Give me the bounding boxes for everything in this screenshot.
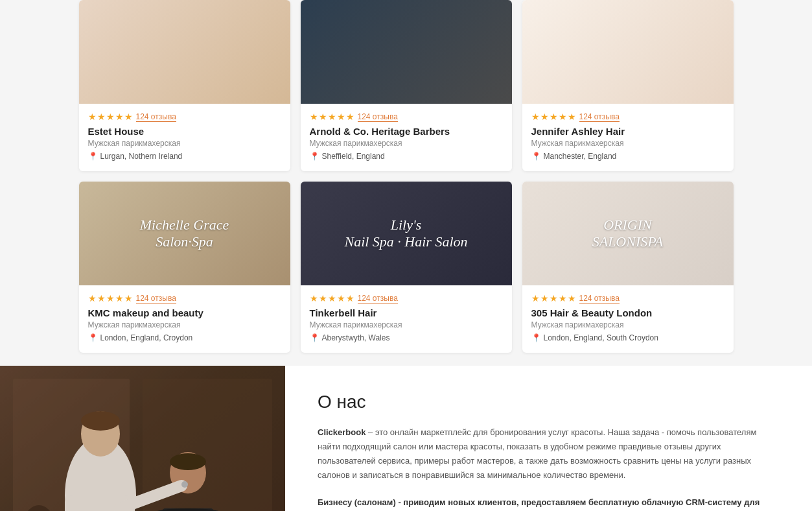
pin-icon-arnold-co: 📍 (310, 152, 319, 161)
card-image-jennifer-ashley (522, 0, 734, 104)
card-name-305-hair: 305 Hair & Beauty London (531, 307, 725, 318)
about-text-main-content: – это онлайн маркетплейс для бронировани… (318, 427, 756, 480)
card-body-305-hair: ★★★★★ 124 отзыва 305 Hair & Beauty Londo… (522, 285, 734, 353)
card-305-hair: ORIGINSALONISPA ★★★★★ 124 отзыва 305 Hai… (522, 182, 734, 353)
about-text-bold: Бизнесу (салонам) - приводим новых клиен… (318, 495, 780, 511)
location-text-305-hair: London, England, South Croydon (544, 333, 658, 342)
cards-section: ★★★★★ 124 отзыва Estet House Мужская пар… (0, 0, 812, 366)
stars-tinkerbell: ★★★★★ (310, 293, 355, 303)
page-wrapper: ★★★★★ 124 отзыва Estet House Мужская пар… (0, 0, 812, 511)
card-rating-arnold-co: ★★★★★ 124 отзыва (310, 112, 503, 122)
review-link-jennifer-ashley[interactable]: 124 отзыва (579, 112, 620, 122)
cards-grid-row1: ★★★★★ 124 отзыва Estet House Мужская пар… (79, 0, 734, 171)
location-text-arnold-co: Sheffield, England (322, 152, 385, 161)
svg-rect-7 (65, 495, 78, 511)
svg-point-6 (81, 411, 120, 431)
card-image-tinkerbell: Lily'sNail Spa · Hair Salon (301, 182, 512, 285)
review-link-estet-house[interactable]: 124 отзыва (136, 112, 176, 122)
card-location-estet-house: 📍 Lurgan, Nothern Ireland (88, 152, 281, 161)
card-rating-kmc-makeup: ★★★★★ 124 отзыва (88, 293, 281, 303)
pin-icon-jennifer-ashley: 📍 (531, 152, 541, 161)
review-link-tinkerbell[interactable]: 124 отзыва (358, 294, 398, 303)
pin-icon-305-hair: 📍 (531, 333, 541, 342)
card-arnold-co: ★★★★★ 124 отзыва Arnold & Co. Heritage B… (301, 0, 512, 171)
card-image-estet-house (79, 0, 290, 104)
about-title: О нас (318, 392, 780, 412)
card-name-tinkerbell: Tinkerbell Hair (310, 307, 503, 318)
about-text-main: Clickerbook – это онлайн маркетплейс для… (318, 425, 780, 482)
review-link-kmc-makeup[interactable]: 124 отзыва (136, 294, 176, 303)
card-location-kmc-makeup: 📍 London, England, Croydon (88, 333, 281, 342)
about-content: О нас Clickerbook – это онлайн маркетпле… (285, 366, 812, 511)
card-rating-estet-house: ★★★★★ 124 отзыва (88, 112, 281, 122)
stars-arnold-co: ★★★★★ (310, 112, 355, 122)
review-link-305-hair[interactable]: 124 отзыва (579, 294, 620, 303)
card-location-arnold-co: 📍 Sheffield, England (310, 152, 503, 161)
card-location-jennifer-ashley: 📍 Manchester, England (531, 152, 725, 161)
card-name-estet-house: Estet House (88, 126, 281, 137)
location-text-jennifer-ashley: Manchester, England (544, 152, 617, 161)
card-rating-jennifer-ashley: ★★★★★ 124 отзыва (531, 112, 725, 122)
card-name-jennifer-ashley: Jennifer Ashley Hair (531, 126, 725, 137)
location-text-estet-house: Lurgan, Nothern Ireland (100, 152, 183, 161)
card-kmc-makeup: Michelle GraceSalon·Spa ★★★★★ 124 отзыва… (79, 182, 290, 353)
card-tinkerbell: Lily'sNail Spa · Hair Salon ★★★★★ 124 от… (301, 182, 512, 353)
about-section-wrapper: О нас Clickerbook – это онлайн маркетпле… (0, 366, 812, 511)
pin-icon-kmc-makeup: 📍 (88, 333, 98, 342)
about-right-col: О нас Clickerbook – это онлайн маркетпле… (285, 366, 812, 511)
card-jennifer-ashley: ★★★★★ 124 отзыва Jennifer Ashley Hair Му… (522, 0, 734, 171)
stars-kmc-makeup: ★★★★★ (88, 293, 133, 303)
card-name-arnold-co: Arnold & Co. Heritage Barbers (310, 126, 503, 137)
review-link-arnold-co[interactable]: 124 отзыва (358, 112, 398, 122)
stars-estet-house: ★★★★★ (88, 112, 133, 122)
location-text-kmc-makeup: London, England, Croydon (100, 333, 193, 342)
card-image-305-hair: ORIGINSALONISPA (522, 182, 734, 285)
about-row: О нас Clickerbook – это онлайн маркетпле… (0, 366, 812, 511)
card-body-estet-house: ★★★★★ 124 отзыва Estet House Мужская пар… (79, 104, 290, 171)
card-type-jennifer-ashley: Мужская парикмахерская (531, 139, 725, 148)
card-name-kmc-makeup: KMC makeup and beauty (88, 307, 281, 318)
about-left-image (0, 366, 285, 511)
card-rating-305-hair: ★★★★★ 124 отзыва (531, 293, 725, 303)
card-location-tinkerbell: 📍 Aberystwyth, Wales (310, 333, 503, 342)
pin-icon-estet-house: 📍 (88, 152, 98, 161)
card-image-kmc-makeup: Michelle GraceSalon·Spa (79, 182, 290, 285)
card-type-kmc-makeup: Мужская парикмахерская (88, 320, 281, 329)
card-body-arnold-co: ★★★★★ 124 отзыва Arnold & Co. Heritage B… (301, 104, 512, 171)
stars-jennifer-ashley: ★★★★★ (531, 112, 577, 122)
card-rating-tinkerbell: ★★★★★ 124 отзыва (310, 293, 503, 303)
card-type-estet-house: Мужская парикмахерская (88, 139, 281, 148)
card-body-jennifer-ashley: ★★★★★ 124 отзыва Jennifer Ashley Hair Му… (522, 104, 734, 171)
svg-point-12 (170, 453, 206, 470)
card-type-arnold-co: Мужская парикмахерская (310, 139, 503, 148)
brand-name: Clickerbook (318, 427, 365, 437)
card-type-tinkerbell: Мужская парикмахерская (310, 320, 503, 329)
card-body-kmc-makeup: ★★★★★ 124 отзыва KMC makeup and beauty М… (79, 285, 290, 353)
card-type-305-hair: Мужская парикмахерская (531, 320, 725, 329)
card-image-arnold-co (301, 0, 512, 104)
stars-305-hair: ★★★★★ (531, 293, 577, 303)
pin-icon-tinkerbell: 📍 (310, 333, 319, 342)
card-location-305-hair: 📍 London, England, South Croydon (531, 333, 725, 342)
location-text-tinkerbell: Aberystwyth, Wales (322, 333, 390, 342)
svg-point-14 (181, 481, 188, 488)
cards-grid-row2: Michelle GraceSalon·Spa ★★★★★ 124 отзыва… (79, 182, 734, 353)
card-body-tinkerbell: ★★★★★ 124 отзыва Tinkerbell Hair Мужская… (301, 285, 512, 353)
barber-svg (0, 366, 285, 511)
card-estet-house: ★★★★★ 124 отзыва Estet House Мужская пар… (79, 0, 290, 171)
